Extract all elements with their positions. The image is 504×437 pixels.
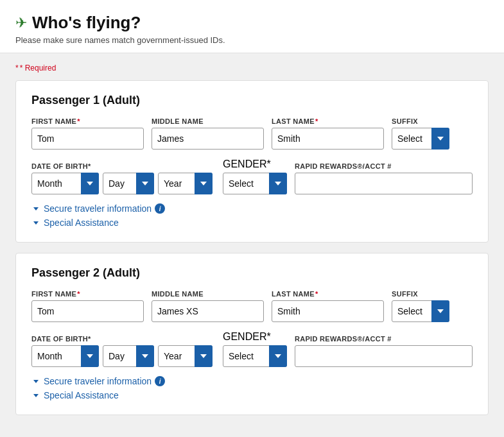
p2-middle-name-label: MIDDLE NAME [152,290,264,298]
first-name-label: FIRST NAME* [31,117,144,125]
plane-icon: ✈ [15,15,27,31]
passenger-1-gender-select[interactable]: Select Male Female [223,173,287,194]
p2-dob-inputs: Month JanuaryFebruaryMarch AprilMayJune … [31,345,213,367]
p2-suffix-label: SUFFIX [392,290,449,298]
passenger-1-suffix-group: SUFFIX Select Jr. Sr. II III [392,117,449,150]
passenger-1-first-name-input[interactable] [31,128,144,150]
p2-last-name-label: LAST NAME* [272,290,384,298]
passenger-1-last-name-group: LAST NAME* [272,117,384,150]
page-title: Who's flying? [32,13,141,33]
passenger-2-gender-wrapper: Select Male Female [223,345,287,367]
last-name-label: LAST NAME* [272,117,384,125]
passenger-1-rapid-rewards-group: RAPID REWARDS®/ACCT # [295,162,473,194]
passenger-1-year-wrapper: Year [158,173,213,194]
passenger-2-month-wrapper: Month JanuaryFebruaryMarch AprilMayJune … [31,345,99,367]
passenger-1-gender-wrapper: Select Male Female [223,173,287,194]
passenger-1-secure-traveler-link[interactable]: Secure traveler information i [31,203,473,214]
passenger-2-first-name-input[interactable] [31,300,144,322]
passenger-1-dob-group: DATE OF BIRTH* Month JanuaryFebruaryMarc… [31,162,213,194]
suffix-label: SUFFIX [392,117,449,125]
passenger-2-middle-name-group: MIDDLE NAME [152,290,264,322]
passenger-2-last-name-input[interactable] [272,300,384,322]
passenger-2-name-row: FIRST NAME* MIDDLE NAME LAST NAME* SUFFI… [31,290,473,322]
passenger-2-gender-select[interactable]: Select Male Female [223,345,287,367]
passenger-2-heading: Passenger 2 (Adult) [31,266,473,280]
p2-chevron-down-icon-2 [31,391,40,400]
passenger-2-suffix-group: SUFFIX Select Jr. Sr. II III [392,290,449,322]
passenger-1-year-select[interactable]: Year [158,173,213,194]
passenger-1-rapid-rewards-input[interactable] [295,173,473,194]
p2-chevron-down-icon [31,377,40,386]
p2-info-icon[interactable]: i [155,376,165,386]
passenger-1-links: Secure traveler information i Special As… [31,203,473,228]
passenger-2-last-name-group: LAST NAME* [272,290,384,322]
passenger-1-dob-row: DATE OF BIRTH* Month JanuaryFebruaryMarc… [31,159,473,194]
passenger-2-first-name-group: FIRST NAME* [31,290,144,322]
passenger-2-dob-row: DATE OF BIRTH* Month JanuaryFebruaryMarc… [31,331,473,367]
passenger-2-suffix-select[interactable]: Select Jr. Sr. II III [392,300,449,322]
page-subtitle: Please make sure names match government-… [15,35,489,45]
passenger-1-card: Passenger 1 (Adult) FIRST NAME* MIDDLE N… [15,80,489,243]
passenger-1-last-name-input[interactable] [272,128,384,150]
passenger-2-dob-group: DATE OF BIRTH* Month JanuaryFebruaryMarc… [31,335,213,367]
passenger-2-links: Secure traveler information i Special As… [31,376,473,400]
gender-label: GENDER* [223,159,287,170]
passenger-1-suffix-select[interactable]: Select Jr. Sr. II III [392,128,449,150]
passenger-2-gender-group: GENDER* Select Male Female [223,331,287,367]
passenger-2-secure-traveler-link[interactable]: Secure traveler information i [31,376,473,386]
info-icon[interactable]: i [155,203,165,214]
passenger-1-name-row: FIRST NAME* MIDDLE NAME LAST NAME* SUFFI… [31,117,473,150]
p2-rapid-rewards-label: RAPID REWARDS®/ACCT # [295,335,473,343]
chevron-down-icon [31,204,40,213]
content-area: ** Required Passenger 1 (Adult) FIRST NA… [0,53,504,436]
passenger-1-middle-name-group: MIDDLE NAME [152,117,264,150]
passenger-1-day-wrapper: Day [103,173,154,194]
p2-dob-label: DATE OF BIRTH* [31,335,213,343]
passenger-1-first-name-group: FIRST NAME* [31,117,144,150]
dob-label: DATE OF BIRTH* [31,162,213,170]
passenger-2-year-select[interactable]: Year [158,345,213,367]
passenger-2-year-wrapper: Year [158,345,213,367]
page-header: ✈ Who's flying? Please make sure names m… [0,0,504,53]
passenger-2-middle-name-input[interactable] [152,300,264,322]
passenger-2-card: Passenger 2 (Adult) FIRST NAME* MIDDLE N… [15,253,489,415]
passenger-1-special-assistance-link[interactable]: Special Assistance [31,218,473,228]
dob-inputs: Month JanuaryFebruaryMarch AprilMayJune … [31,173,213,194]
required-note: ** Required [15,64,489,73]
passenger-2-suffix-select-wrapper: Select Jr. Sr. II III [392,300,449,322]
rapid-rewards-label: RAPID REWARDS®/ACCT # [295,162,473,170]
passenger-2-month-select[interactable]: Month JanuaryFebruaryMarch AprilMayJune … [31,345,99,367]
passenger-1-middle-name-input[interactable] [152,128,264,150]
p2-gender-label: GENDER* [223,331,287,343]
p2-first-name-label: FIRST NAME* [31,290,144,298]
passenger-1-suffix-select-wrapper: Select Jr. Sr. II III [392,128,449,150]
passenger-1-month-select[interactable]: Month JanuaryFebruaryMarch AprilMayJune … [31,173,99,194]
passenger-1-day-select[interactable]: Day [103,173,154,194]
passenger-1-heading: Passenger 1 (Adult) [31,94,473,107]
passenger-2-day-select[interactable]: Day [103,345,154,367]
middle-name-label: MIDDLE NAME [152,117,264,125]
passenger-2-day-wrapper: Day [103,345,154,367]
passenger-2-rapid-rewards-input[interactable] [295,345,473,367]
passenger-1-gender-group: GENDER* Select Male Female [223,159,287,194]
passenger-2-rapid-rewards-group: RAPID REWARDS®/ACCT # [295,335,473,367]
chevron-down-icon-2 [31,218,40,227]
passenger-1-month-wrapper: Month JanuaryFebruaryMarch AprilMayJune … [31,173,99,194]
passenger-2-special-assistance-link[interactable]: Special Assistance [31,390,473,400]
